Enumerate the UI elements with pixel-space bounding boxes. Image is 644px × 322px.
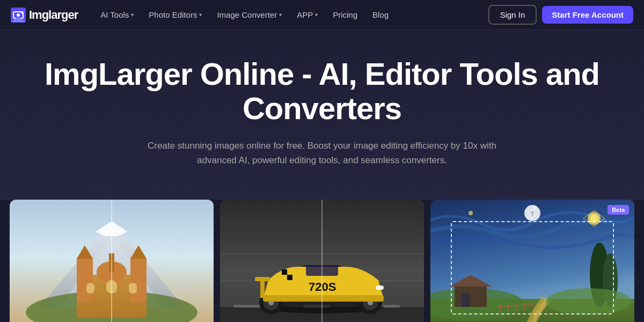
svg-rect-10 xyxy=(77,259,93,302)
chevron-down-icon: ▾ xyxy=(279,12,282,18)
svg-rect-56 xyxy=(455,286,487,307)
signin-button[interactable]: Sign In xyxy=(488,5,537,25)
svg-point-49 xyxy=(469,211,473,215)
header-actions: Sign In Start Free Account xyxy=(488,5,633,25)
svg-rect-11 xyxy=(130,259,147,302)
nav-item-ai-tools[interactable]: AI Tools ▾ xyxy=(94,7,140,23)
svg-point-55 xyxy=(546,288,632,315)
nav-item-photo-editors[interactable]: Photo Editors ▾ xyxy=(142,7,208,23)
card-nav-up-button[interactable]: ↑ xyxy=(524,205,540,221)
nav-item-pricing[interactable]: Pricing xyxy=(326,7,364,23)
svg-rect-58 xyxy=(462,294,470,307)
svg-rect-43 xyxy=(376,286,384,290)
svg-rect-36 xyxy=(260,279,265,298)
feature-cards: 720S xyxy=(0,200,644,322)
card-vangogh: Beta ↑ ← → ↓ xyxy=(430,200,634,322)
nav-item-app[interactable]: APP ▾ xyxy=(290,7,324,23)
church-image xyxy=(10,200,214,322)
logo-icon xyxy=(11,8,26,23)
nav-item-blog[interactable]: Blog xyxy=(366,7,395,23)
svg-rect-25 xyxy=(233,305,260,308)
nav-item-image-converter[interactable]: Image Converter ▾ xyxy=(210,7,288,23)
svg-point-48 xyxy=(590,214,598,223)
chevron-down-icon: ▾ xyxy=(131,12,134,18)
svg-rect-37 xyxy=(255,277,270,281)
beta-badge: Beta xyxy=(608,205,629,215)
site-header: Imglarger AI Tools ▾ Photo Editors ▾ Ima… xyxy=(0,0,644,30)
logo[interactable]: Imglarger xyxy=(11,8,78,23)
chevron-down-icon: ▾ xyxy=(315,12,318,18)
card-racecar: 720S xyxy=(220,200,424,322)
hero-section: ImgLarger Online - AI, Editor Tools and … xyxy=(0,30,644,200)
card-church xyxy=(10,200,214,322)
hero-subtitle: Create stunning images online for free. … xyxy=(134,138,510,167)
svg-rect-42 xyxy=(287,275,292,280)
main-nav: AI Tools ▾ Photo Editors ▾ Image Convert… xyxy=(94,7,488,23)
svg-rect-16 xyxy=(86,283,94,294)
svg-point-3 xyxy=(21,12,23,13)
start-free-button[interactable]: Start Free Account xyxy=(542,6,633,24)
svg-point-2 xyxy=(17,13,20,17)
logo-text: Imglarger xyxy=(29,8,78,22)
hero-title: ImgLarger Online - AI, Editor Tools and … xyxy=(21,57,623,126)
racecar-image: 720S xyxy=(220,200,424,322)
chevron-down-icon: ▾ xyxy=(199,12,202,18)
svg-rect-39 xyxy=(282,269,287,275)
svg-rect-40 xyxy=(287,269,292,275)
svg-rect-41 xyxy=(282,275,287,280)
svg-rect-18 xyxy=(129,283,137,294)
svg-rect-35 xyxy=(263,295,384,302)
